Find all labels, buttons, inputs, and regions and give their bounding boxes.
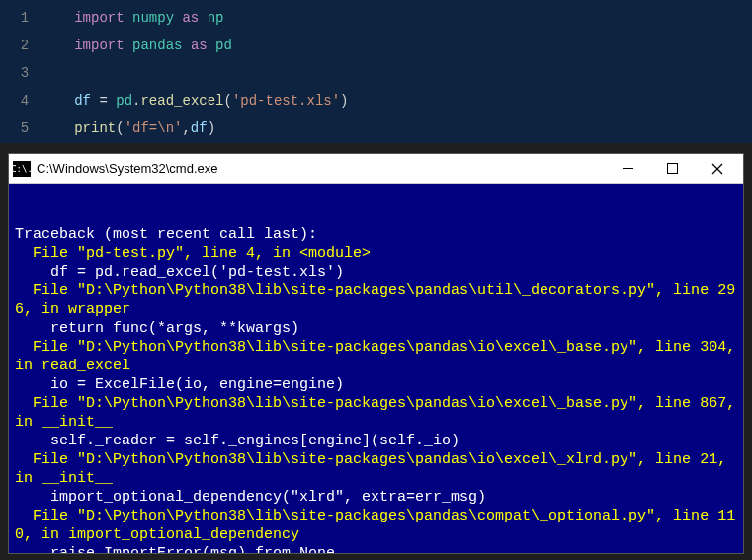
terminal-line: io = ExcelFile(io, engine=engine) bbox=[15, 375, 737, 394]
editor-line[interactable]: 4 df = pd.read_excel('pd-test.xls') bbox=[0, 87, 752, 115]
terminal-line: Traceback (most recent call last): bbox=[15, 225, 737, 244]
terminal-line: File "D:\Python\Python38\lib\site-packag… bbox=[15, 394, 737, 432]
line-number: 2 bbox=[0, 32, 49, 59]
terminal-line: self._reader = self._engines[engine](sel… bbox=[15, 432, 737, 450]
close-button[interactable] bbox=[695, 154, 739, 184]
terminal-line: raise ImportError(msg) from None bbox=[15, 544, 737, 553]
line-number: 4 bbox=[0, 87, 49, 115]
editor-line[interactable]: 3 bbox=[0, 59, 752, 87]
terminal-line: File "D:\Python\Python38\lib\site-packag… bbox=[15, 507, 737, 544]
terminal-line: File "D:\Python\Python38\lib\site-packag… bbox=[15, 450, 737, 488]
terminal-window: C:\. C:\Windows\System32\cmd.exe Traceba… bbox=[8, 153, 744, 554]
traceback-text: Traceback (most recent call last): File … bbox=[15, 225, 737, 553]
svg-rect-1 bbox=[668, 164, 678, 174]
code-content[interactable] bbox=[49, 59, 752, 87]
titlebar[interactable]: C:\. C:\Windows\System32\cmd.exe bbox=[9, 154, 743, 184]
code-content[interactable]: df = pd.read_excel('pd-test.xls') bbox=[49, 87, 752, 115]
maximize-button[interactable] bbox=[650, 154, 695, 184]
terminal-line: File "D:\Python\Python38\lib\site-packag… bbox=[15, 281, 737, 319]
terminal-output[interactable]: Traceback (most recent call last): File … bbox=[9, 184, 743, 553]
code-editor[interactable]: 1 import numpy as np2 import pandas as p… bbox=[0, 0, 752, 143]
code-content[interactable]: import numpy as np bbox=[49, 4, 752, 32]
editor-line[interactable]: 2 import pandas as pd bbox=[0, 32, 752, 59]
terminal-line: df = pd.read_excel('pd-test.xls') bbox=[15, 263, 737, 281]
terminal-line: File "pd-test.py", line 4, in <module> bbox=[15, 244, 737, 263]
terminal-line: return func(*args, **kwargs) bbox=[15, 319, 737, 338]
minimize-button[interactable] bbox=[606, 154, 650, 184]
terminal-line: import_optional_dependency("xlrd", extra… bbox=[15, 488, 737, 507]
window-title: C:\Windows\System32\cmd.exe bbox=[37, 161, 606, 176]
editor-line[interactable]: 5 print('df=\n',df) bbox=[0, 115, 752, 142]
code-content[interactable]: import pandas as pd bbox=[49, 32, 752, 59]
line-number: 5 bbox=[0, 115, 49, 142]
editor-line[interactable]: 1 import numpy as np bbox=[0, 4, 752, 32]
line-number: 3 bbox=[0, 59, 49, 87]
terminal-line: File "D:\Python\Python38\lib\site-packag… bbox=[15, 338, 737, 375]
line-number: 1 bbox=[0, 4, 49, 32]
cmd-icon: C:\. bbox=[13, 161, 31, 177]
code-content[interactable]: print('df=\n',df) bbox=[49, 115, 752, 142]
